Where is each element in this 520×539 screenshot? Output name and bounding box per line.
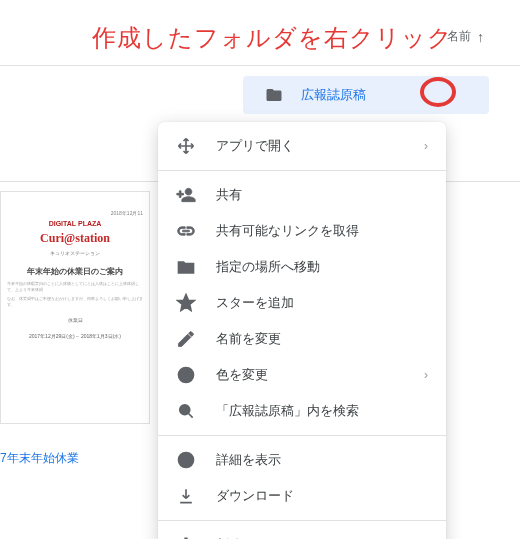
folder-icon: [263, 86, 285, 104]
move-arrows-icon: [176, 136, 196, 156]
thumb-para2: なお、休業間中はご不便をおかけしますが、何卒よろしくお願い申し上げます。: [7, 296, 143, 307]
menu-label: 名前を変更: [216, 330, 428, 348]
svg-point-2: [185, 370, 187, 372]
thumb-logo-script: Curi@station: [40, 231, 110, 246]
menu-move[interactable]: 指定の場所へ移動: [158, 249, 446, 285]
info-icon: [176, 450, 196, 470]
thumb-title: 年末年始の休業日のご案内: [27, 266, 123, 277]
menu-label: 「広報誌原稿」内を検索: [216, 402, 428, 420]
menu-change-color[interactable]: 色を変更 ›: [158, 357, 446, 393]
menu-label: 共有: [216, 186, 428, 204]
thumb-para1: 年末年始の体暇業日のことに人体側としてにとは人体はことに上体体閉して、上より年末…: [7, 281, 143, 292]
palette-icon: [176, 365, 196, 385]
svg-point-3: [189, 373, 191, 375]
pencil-icon: [176, 329, 196, 349]
folder-label: 広報誌原稿: [301, 86, 366, 104]
thumbnail-body: 2018年12月11 DIGITAL PLAZA Curi@station キュ…: [7, 202, 143, 413]
red-circle-annotation: [420, 77, 456, 107]
menu-label: アプリで開く: [216, 137, 424, 155]
menu-label: スターを追加: [216, 294, 428, 312]
context-menu: アプリで開く › 共有 共有可能なリンクを取得 指定の場所へ移動 スターを追加 …: [158, 122, 446, 539]
link-icon: [176, 221, 196, 241]
star-icon: [176, 293, 196, 313]
chevron-right-icon: ›: [424, 139, 428, 153]
svg-point-4: [187, 377, 189, 379]
menu-get-link[interactable]: 共有可能なリンクを取得: [158, 213, 446, 249]
thumb-date: 2018年12月11: [111, 210, 143, 216]
sort-arrow-up-icon: ↑: [477, 29, 484, 45]
document-thumbnail[interactable]: 2018年12月11 DIGITAL PLAZA Curi@station キュ…: [0, 191, 150, 424]
search-icon: [176, 401, 196, 421]
svg-point-5: [180, 405, 190, 415]
thumb-logo-top: DIGITAL PLAZA: [49, 220, 102, 227]
chevron-right-icon: ›: [424, 368, 428, 382]
thumb-closing-dates: 2017年12月29日(金)～ 2018年1月3日(水): [29, 333, 121, 339]
menu-label: 色を変更: [216, 366, 424, 384]
menu-label: 指定の場所へ移動: [216, 258, 428, 276]
thumb-logo-sub: キュリオステーション: [50, 250, 100, 256]
download-icon: [176, 486, 196, 506]
menu-label: 共有可能なリンクを取得: [216, 222, 428, 240]
instruction-annotation: 作成したフォルダを右クリック: [92, 22, 453, 54]
menu-download[interactable]: ダウンロード: [158, 478, 446, 514]
menu-open-with[interactable]: アプリで開く ›: [158, 128, 446, 164]
menu-separator: [158, 520, 446, 521]
thumb-closing-label: 休業日: [68, 317, 83, 323]
menu-label: 詳細を表示: [216, 451, 428, 469]
menu-details[interactable]: 詳細を表示: [158, 442, 446, 478]
svg-point-1: [182, 373, 184, 375]
menu-rename[interactable]: 名前を変更: [158, 321, 446, 357]
divider: [0, 65, 520, 66]
document-caption[interactable]: 7年末年始休業: [0, 440, 150, 477]
menu-delete[interactable]: 削除: [158, 527, 446, 539]
menu-separator: [158, 435, 446, 436]
person-add-icon: [176, 185, 196, 205]
menu-search-in-folder[interactable]: 「広報誌原稿」内を検索: [158, 393, 446, 429]
menu-label: ダウンロード: [216, 487, 428, 505]
trash-icon: [176, 535, 196, 539]
menu-share[interactable]: 共有: [158, 177, 446, 213]
menu-add-star[interactable]: スターを追加: [158, 285, 446, 321]
folder-move-icon: [176, 257, 196, 277]
menu-separator: [158, 170, 446, 171]
